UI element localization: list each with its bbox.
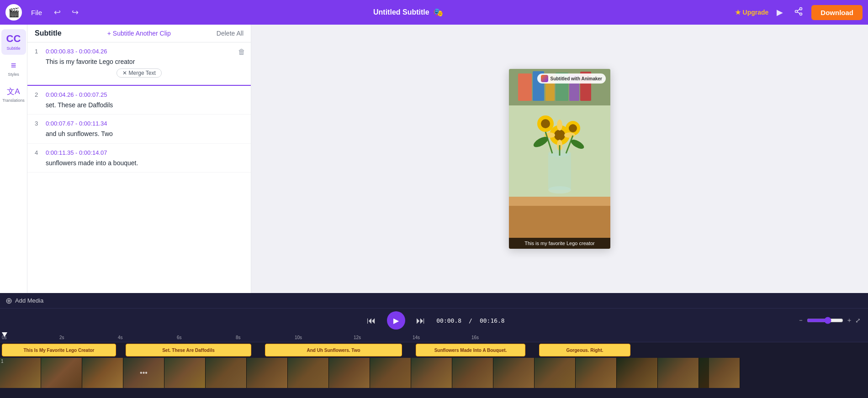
video-content (509, 69, 610, 249)
zoom-controls: － ＋ ⤢ (798, 316, 861, 325)
video-thumb (288, 358, 329, 388)
video-subtitle-overlay: This is my favorite Lego creator (509, 238, 610, 249)
svg-point-24 (557, 120, 562, 131)
svg-rect-7 (518, 73, 532, 101)
svg-rect-16 (548, 153, 571, 190)
video-frame: Subtitled with Animaker This is my favor… (509, 69, 610, 249)
svg-point-27 (564, 132, 575, 138)
merge-text-button[interactable]: ✕ Merge Text (116, 68, 161, 78)
subtitle-time-range: 0:00:11.35 - 0:00:14.07 (46, 149, 107, 156)
svg-point-21 (541, 119, 550, 128)
subtitle-item-number: 2 (35, 91, 42, 98)
add-subtitle-clip-button[interactable]: + Subtitle Another Clip (107, 30, 171, 37)
subtitle-item-text[interactable]: and uh sunflowers. Two (46, 130, 243, 139)
ruler-mark-10s: 10s (295, 335, 302, 340)
timeline-tracks: This Is My Favorite Lego Creator Set. Th… (0, 342, 868, 398)
video-thumb: ••• (123, 358, 164, 388)
ruler-mark-8s: 8s (236, 335, 241, 340)
subtitle-item: 4 0:00:11.35 - 0:00:14.07 sunflowers mad… (27, 144, 251, 173)
video-thumb (164, 358, 206, 388)
sidebar-item-translations-label: Translations (2, 98, 25, 103)
preview-button[interactable]: ▶ (774, 5, 786, 19)
skip-forward-button[interactable]: ⏭ (413, 314, 429, 328)
sidebar-item-styles[interactable]: ≡ Styles (1, 57, 26, 81)
zoom-slider[interactable] (807, 317, 843, 324)
total-time: 00:16.8 (480, 317, 505, 324)
merge-text-badge: ✕ Merge Text (35, 68, 243, 78)
video-thumb (370, 358, 411, 388)
subtitle-item-text[interactable]: set. These are Daffodils (46, 101, 243, 110)
delete-all-button[interactable]: Delete All (217, 30, 243, 37)
subtitle-clip[interactable]: And Uh Sunflowers. Two (265, 344, 402, 356)
svg-point-19 (554, 130, 565, 141)
video-thumb (329, 358, 370, 388)
skip-back-button[interactable]: ⏮ (363, 314, 380, 328)
ruler-mark-6s: 6s (177, 335, 182, 340)
subtitle-item: 3 0:00:07.67 - 0:00:11.34 and uh sunflow… (27, 115, 251, 144)
svg-point-1 (795, 10, 798, 12)
video-thumb (658, 358, 699, 388)
sidebar-item-subtitle-label: Subtitle (6, 46, 20, 51)
zoom-minus-icon[interactable]: － (798, 316, 804, 325)
subtitle-clip[interactable]: Sunflowers Made Into A Bouquet. (416, 344, 525, 356)
download-button[interactable]: Download (811, 5, 863, 20)
video-thumb (699, 358, 740, 388)
upgrade-button[interactable]: ★ Upgrade (735, 9, 769, 16)
delete-item-icon[interactable]: 🗑 (238, 48, 245, 56)
sidebar-item-styles-label: Styles (8, 72, 19, 77)
expand-timeline-icon[interactable]: ⤢ (855, 317, 861, 324)
undo-button[interactable]: ↩ (51, 5, 64, 19)
svg-point-0 (800, 7, 802, 10)
video-thumb (452, 358, 493, 388)
subtitle-item-number: 1 (35, 48, 42, 55)
video-thumb (493, 358, 535, 388)
svg-point-2 (800, 13, 802, 15)
subtitle-item: 2 0:00:04.26 - 0:00:07.25 set. These are… (27, 86, 251, 115)
subtitle-item-text[interactable]: This is my favorite Lego creator (46, 58, 243, 67)
translations-icon: 文A (7, 86, 20, 97)
playback-controls: ⏮ ▶ ⏭ 00:00.8 / 00:16.8 － ＋ ⤢ (0, 309, 868, 332)
video-thumb (41, 358, 82, 388)
video-thumb (82, 358, 123, 388)
bottom-section: ⊕ Add Media ⏮ ▶ ⏭ 00:00.8 / 00:16.8 － ＋ … (0, 293, 868, 398)
add-media-button[interactable]: ⊕ Add Media (5, 296, 43, 306)
subtitle-item-text[interactable]: sunflowers made into a bouquet. (46, 159, 243, 168)
app-logo: 🎬 (5, 4, 22, 21)
redo-button[interactable]: ↪ (69, 5, 81, 19)
loading-indicator: ••• (140, 369, 148, 377)
subtitle-list: 1 0:00:00.83 - 0:00:04.26 This is my fav… (27, 42, 251, 293)
svg-point-23 (569, 124, 577, 132)
subtitle-clip[interactable]: This Is My Favorite Lego Creator (2, 344, 116, 356)
play-pause-button[interactable]: ▶ (387, 311, 405, 330)
subtitle-panel-header: Subtitle + Subtitle Another Clip Delete … (27, 25, 251, 42)
subtitle-clip[interactable]: Gorgeous. Right. (539, 344, 630, 356)
sidebar-item-subtitle[interactable]: CC Subtitle (1, 29, 26, 55)
subtitle-item-number: 4 (35, 149, 42, 156)
ruler-mark-0s: 0s (2, 335, 7, 340)
add-media-row: ⊕ Add Media (0, 293, 868, 309)
video-thumb (535, 358, 576, 388)
current-time: 00:00.8 (436, 317, 461, 324)
svg-line-3 (797, 12, 800, 13)
subtitle-item-number: 3 (35, 120, 42, 127)
ruler-mark-4s: 4s (118, 335, 123, 340)
subtitle-time-range: 0:00:04.26 - 0:00:07.25 (46, 91, 107, 98)
subtitle-clip[interactable]: Set. These Are Daffodils (126, 344, 251, 356)
sidebar-item-translations[interactable]: 文A Translations (1, 83, 26, 107)
video-thumb (0, 358, 41, 388)
svg-line-4 (797, 9, 800, 10)
zoom-plus-icon[interactable]: ＋ (846, 316, 852, 325)
file-menu-button[interactable]: File (27, 7, 46, 18)
video-thumbnail-track: 1 ••• (0, 358, 868, 388)
sidebar-icons: CC Subtitle ≡ Styles 文A Translations (0, 25, 27, 293)
share-button[interactable] (791, 5, 806, 20)
title-emoji-icon[interactable]: 🎭 (433, 7, 443, 17)
top-bar: 🎬 File ↩ ↪ Untitled Subtitle 🎭 ★ Upgrade… (0, 0, 868, 25)
track-number-label: 1 (1, 359, 4, 364)
animaker-badge: Subtitled with Animaker (537, 73, 606, 84)
subtitle-panel: Subtitle + Subtitle Another Clip Delete … (27, 25, 251, 293)
subtitle-clips-track: This Is My Favorite Lego Creator Set. Th… (0, 342, 868, 358)
video-thumb (411, 358, 452, 388)
star-icon: ★ (735, 9, 741, 16)
timeline-ruler: 0s 2s 4s 6s 8s 10s 12s 14s 16s (0, 332, 868, 342)
